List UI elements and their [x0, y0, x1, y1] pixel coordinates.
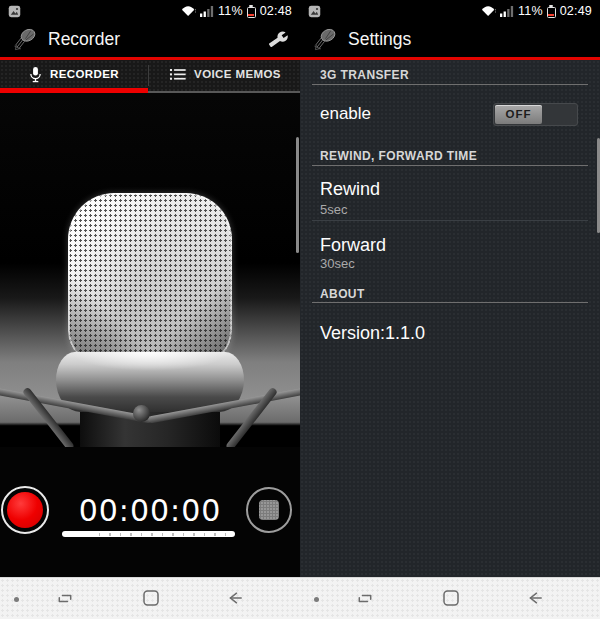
recorder-screen: 11% 02:48 Recorder: [0, 0, 300, 619]
toggle-off-thumb: OFF: [495, 105, 542, 124]
tab-voice-memos-label: VOICE MEMOS: [194, 68, 281, 80]
app-logo-icon: [12, 26, 39, 53]
home-icon[interactable]: [443, 590, 459, 610]
home-icon[interactable]: [143, 590, 159, 610]
picture-notification-icon: [308, 5, 321, 18]
battery-icon: [247, 5, 256, 18]
enable-label: enable: [320, 104, 371, 124]
section-header-about: ABOUT: [320, 287, 365, 301]
nav-hide-dot[interactable]: [314, 597, 319, 602]
recents-icon[interactable]: [356, 591, 374, 610]
microphone-icon: [29, 66, 42, 83]
list-icon: [170, 68, 186, 81]
mic-grille: [68, 193, 232, 365]
section-divider: [312, 84, 588, 85]
action-bar: Settings: [300, 22, 600, 57]
settings-wrench-icon[interactable]: [267, 28, 289, 50]
battery-percent: 11%: [218, 4, 243, 18]
clock: 02:48: [260, 4, 292, 18]
dual-screenshot-canvas: 11% 02:48 Recorder: [0, 0, 600, 619]
section-divider: [312, 165, 588, 166]
section-divider: [312, 302, 588, 303]
recents-icon[interactable]: [56, 591, 74, 610]
picture-notification-icon: [8, 5, 21, 18]
battery-percent: 11%: [518, 4, 543, 18]
settings-list: 3G TRANSFER enable OFF REWIND, FORWARD T…: [300, 60, 600, 577]
forward-title: Forward: [320, 235, 386, 256]
wifi-icon: [181, 5, 196, 17]
rewind-title: Rewind: [320, 179, 380, 200]
version-text: Version:1.1.0: [320, 323, 425, 344]
nav-hide-dot[interactable]: [14, 597, 19, 602]
tab-recorder-label: RECORDER: [50, 68, 119, 80]
tab-voice-memos[interactable]: VOICE MEMOS: [151, 60, 300, 88]
action-bar: Recorder: [0, 22, 300, 57]
back-icon[interactable]: [227, 591, 243, 609]
stop-button[interactable]: [246, 487, 292, 533]
signal-icon: [200, 6, 214, 17]
tab-bar: RECORDER VOICE MEMOS: [0, 60, 300, 93]
recording-timer: 00:00:00: [58, 493, 242, 528]
status-bar: 11% 02:49: [300, 0, 600, 22]
record-button[interactable]: [1, 486, 49, 534]
section-header-3g-transfer: 3G TRANSFER: [320, 68, 409, 82]
recorder-scrollbar[interactable]: [296, 137, 299, 253]
record-dot: [7, 492, 43, 528]
navigation-bar: [0, 577, 300, 619]
navigation-bar: [300, 577, 600, 619]
battery-icon: [547, 5, 556, 18]
tab-divider: [148, 65, 149, 86]
enable-toggle[interactable]: OFF: [493, 103, 578, 126]
wifi-icon: [481, 5, 496, 17]
microphone-artwork: [0, 93, 300, 447]
page-title: Settings: [348, 29, 411, 50]
signal-icon: [500, 6, 514, 17]
shockmount-joint: [133, 405, 150, 422]
tab-recorder[interactable]: RECORDER: [0, 60, 148, 88]
back-icon[interactable]: [527, 591, 543, 609]
app-logo-icon: [312, 26, 339, 53]
status-bar: 11% 02:48: [0, 0, 300, 22]
page-title: Recorder: [48, 29, 120, 50]
rewind-value: 5sec: [320, 202, 347, 217]
recording-controls: 00:00:00: [0, 447, 300, 577]
item-divider: [312, 220, 588, 221]
section-header-rewind-forward: REWIND, FORWARD TIME: [320, 149, 477, 163]
clock: 02:49: [560, 4, 592, 18]
stop-square-icon: [259, 500, 279, 520]
forward-value: 30sec: [320, 256, 355, 271]
progress-seekbar[interactable]: [62, 531, 235, 537]
settings-screen: 11% 02:49 Settings 3G TRANSFER enable: [300, 0, 600, 619]
